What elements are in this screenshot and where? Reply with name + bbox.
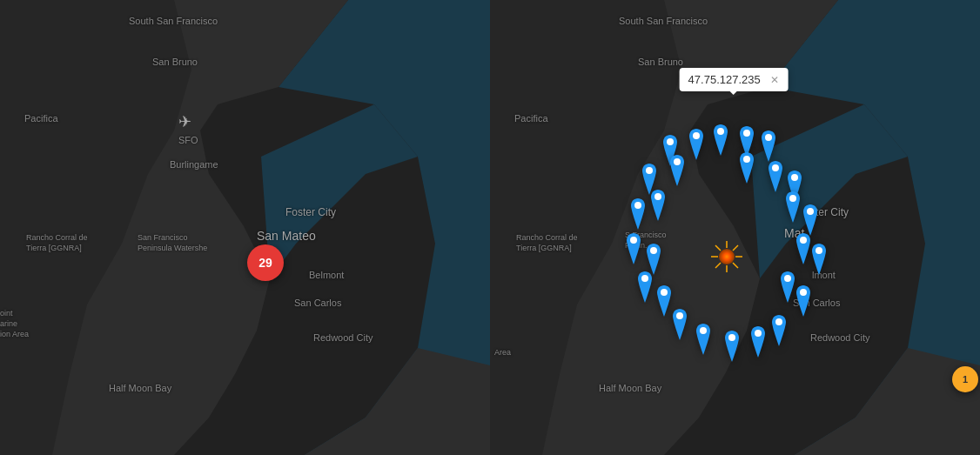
pin-marker[interactable]	[686, 129, 707, 164]
svg-point-25	[755, 330, 762, 337]
cluster-yellow-right[interactable]: 1	[952, 366, 978, 392]
pin-marker[interactable]	[669, 309, 690, 344]
pin-marker[interactable]	[710, 124, 731, 159]
svg-point-11	[654, 193, 661, 200]
pin-marker[interactable]	[793, 285, 814, 320]
tooltip-text: 47.75.127.235	[688, 73, 761, 86]
svg-point-2	[717, 128, 724, 135]
pin-marker[interactable]	[748, 326, 769, 361]
svg-point-6	[674, 158, 681, 165]
airport-icon-left: ✈	[178, 112, 191, 131]
svg-point-0	[667, 138, 674, 145]
pin-marker[interactable]	[634, 271, 655, 306]
pin-marker[interactable]	[758, 130, 779, 165]
svg-point-26	[775, 318, 782, 325]
svg-line-34	[733, 263, 738, 268]
pin-marker[interactable]	[693, 324, 714, 358]
pin-marker[interactable]	[722, 331, 742, 365]
pin-marker[interactable]	[765, 161, 786, 196]
svg-line-33	[715, 263, 721, 268]
svg-point-24	[728, 334, 735, 341]
pin-marker[interactable]	[809, 244, 829, 278]
pin-marker[interactable]	[648, 190, 668, 224]
sunburst-center-marker[interactable]	[709, 239, 744, 274]
svg-point-4	[765, 134, 772, 141]
ip-tooltip: 47.75.127.235 ✕	[680, 68, 789, 91]
svg-point-15	[650, 247, 657, 254]
svg-line-32	[733, 245, 738, 251]
svg-point-7	[743, 156, 750, 163]
pin-marker[interactable]	[628, 198, 648, 233]
svg-point-21	[800, 289, 807, 296]
svg-point-9	[791, 174, 798, 181]
left-map-svg	[0, 0, 490, 455]
svg-point-8	[772, 164, 779, 171]
svg-point-12	[789, 195, 796, 202]
cluster-marker-left[interactable]: 29	[247, 244, 284, 281]
pin-marker[interactable]	[736, 152, 757, 187]
svg-point-19	[661, 289, 668, 296]
svg-point-5	[646, 167, 653, 174]
pin-marker[interactable]	[769, 315, 789, 350]
svg-point-16	[800, 237, 807, 244]
pin-marker[interactable]	[667, 155, 688, 190]
svg-point-20	[784, 275, 791, 282]
svg-point-43	[719, 249, 735, 264]
svg-point-1	[693, 132, 700, 139]
svg-point-14	[630, 237, 637, 244]
tooltip-close-button[interactable]: ✕	[770, 74, 779, 86]
svg-point-18	[641, 275, 648, 282]
svg-point-13	[807, 208, 814, 215]
svg-point-17	[816, 247, 822, 254]
svg-point-3	[743, 130, 750, 137]
pin-marker[interactable]	[623, 233, 644, 268]
yellow-cluster-count: 1	[963, 374, 968, 385]
svg-point-23	[700, 327, 707, 334]
svg-line-31	[715, 245, 721, 251]
svg-point-22	[676, 312, 683, 319]
left-map-panel[interactable]: South San Francisco San Bruno Pacifica ✈…	[0, 0, 490, 455]
svg-point-10	[634, 202, 641, 209]
right-map-panel[interactable]: South San Francisco San Bruno Pacifica s…	[490, 0, 980, 455]
